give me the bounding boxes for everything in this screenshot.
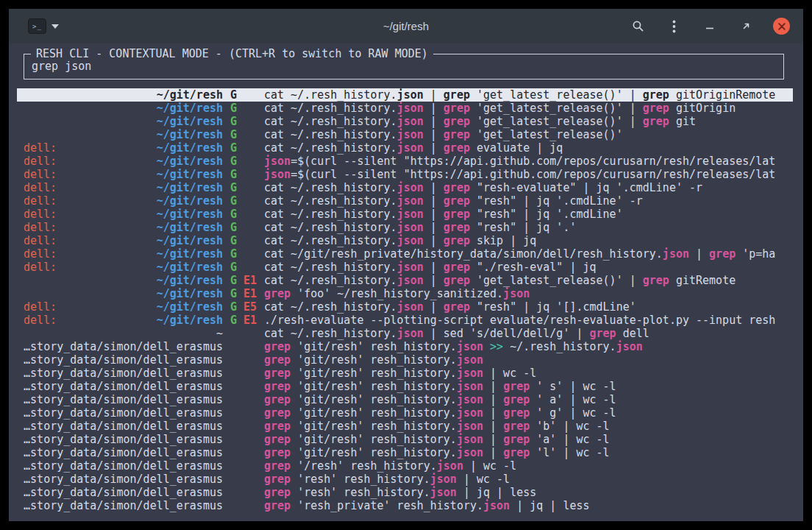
history-row[interactable]: dell:~/git/reshGcat ~/.resh_history.json… [17,261,793,274]
command-segment: '/resh' resh_history. [291,459,437,473]
history-row[interactable]: …story_data/simon/dell_erasmusgrep 'git/… [17,420,793,433]
command-segment: json [397,274,424,287]
command-segment: json [397,141,424,155]
command-segment: | [424,194,444,208]
history-row[interactable]: dell:~/git/reshGcat ~/.resh_history.json… [17,221,793,234]
command-segment: grep [264,380,291,393]
new-terminal-button[interactable]: >_ [28,18,59,34]
command-segment: | [424,128,444,141]
history-row[interactable]: …story_data/simon/dell_erasmusgrep 'git/… [17,406,793,420]
row-flags: G E1 [223,287,264,300]
history-row[interactable]: dell:~/git/reshGcat ~/.resh_history.json… [17,208,793,221]
command-segment: json [397,261,424,274]
command-text: cat ~/.resh_history.json | grep 'get_lat… [264,128,793,141]
history-row[interactable]: dell:~/git/reshGcat ~/.resh_history.json… [17,234,793,247]
history-row[interactable]: dell:~/git/reshGcat ~/.resh_history.json… [17,194,793,208]
command-segment: grep [264,499,291,512]
history-row[interactable]: …story_data/simon/dell_erasmusgrep 'git/… [17,433,793,446]
history-row[interactable]: …story_data/simon/dell_erasmusgrep 'resh… [17,499,793,512]
command-segment: grep [264,406,291,420]
history-row[interactable]: …story_data/simon/dell_erasmusgrep 'git/… [17,340,793,353]
directory-label: ~/git/resh [157,247,223,261]
row-flags [223,433,264,446]
resh-search-box[interactable]: RESH CLI - CONTEXTUAL MODE - (CTRL+R to … [24,54,784,80]
command-segment: json [457,406,483,420]
command-segment: gitOriginRemote [669,88,776,102]
command-segment: grep [264,459,291,473]
row-flags: G [223,115,264,128]
history-row[interactable]: …story_data/simon/dell_erasmusgrep 'git/… [17,367,793,380]
row-location: …story_data/simon/dell_erasmus [24,367,223,380]
history-row[interactable]: ~/git/reshGcat ~/.resh_history.json | gr… [17,128,793,141]
command-segment: grep [264,353,291,367]
command-text: cat ~/.resh_history.json | grep skip | j… [264,234,793,247]
menu-button[interactable] [665,18,683,35]
directory-label: ~/git/resh [157,221,223,234]
history-row[interactable]: …story_data/simon/dell_erasmusgrep 'resh… [17,473,793,486]
history-row[interactable]: …story_data/simon/dell_erasmusgrep 'git/… [17,393,793,406]
command-segment: grep [444,274,470,287]
history-row[interactable]: dell:~/git/reshGcat ~/.resh_history.json… [17,181,793,194]
history-row[interactable]: ~/git/reshG E1cat ~/.resh_history.json |… [17,274,793,287]
history-row[interactable]: …story_data/simon/dell_erasmusgrep 'git/… [17,353,793,367]
directory-label: ~/git/resh [157,168,223,181]
history-row[interactable]: …story_data/simon/dell_erasmusgrep 'git/… [17,380,793,393]
history-row[interactable]: …story_data/simon/dell_erasmusgrep 'resh… [17,486,793,499]
command-segment: ./resh-evaluate --plotting-script evalua… [264,314,775,327]
host-label: dell: [24,300,57,314]
history-row[interactable]: dell:~/git/reshG E1./resh-evaluate --plo… [17,314,793,327]
command-segment: dell [616,327,649,340]
directory-label: ~/git/resh [157,274,223,287]
row-flags: G [223,155,264,168]
history-row[interactable]: ~cat ~/.resh_history.json | sed 's/dell/… [17,327,793,340]
command-segment: grep [590,327,616,340]
history-row[interactable]: dell:~/git/reshGjson=$(curl --silent "ht… [17,168,793,181]
directory-label: ~ [216,327,223,340]
directory-label: …story_data/simon/dell_erasmus [24,459,223,473]
history-row[interactable]: dell:~/git/reshGcat ~/.resh_history.json… [17,141,793,155]
minimize-button[interactable] [701,18,719,35]
command-segment: evaluate | jq [470,141,563,155]
history-row[interactable]: dell:~/git/reshG E5cat ~/.resh_history.j… [17,300,793,314]
command-segment: 'git/resh' resh_history. [291,406,457,420]
flag-badge: G [230,181,237,194]
command-segment: json [457,340,483,353]
command-segment: | [424,261,444,274]
history-row[interactable]: …story_data/simon/dell_erasmusgrep 'git/… [17,446,793,459]
close-button[interactable] [773,18,790,35]
row-flags: G [223,261,264,274]
command-segment: =$(curl --silent "https://api.github.com… [291,168,775,181]
row-location: ~/git/resh [24,102,223,115]
host-label: dell: [24,314,57,327]
row-location: ~/git/resh [24,287,223,300]
command-text: grep 'git/resh' resh_history.json | grep… [264,406,793,420]
terminal-window: >_ ~/git/resh [9,9,803,521]
row-location: …story_data/simon/dell_erasmus [24,486,223,499]
command-text: grep 'git/resh' resh_history.json | wc -… [264,367,793,380]
flag-badge: E1 [237,287,257,300]
history-row[interactable]: ~/git/reshGcat ~/.resh_history.json | gr… [17,88,793,102]
command-text: cat ~/.resh_history.json | grep 'get_lat… [264,88,793,102]
command-segment: json [397,194,424,208]
row-location: dell:~/git/resh [24,234,223,247]
history-row[interactable]: ~/git/reshGcat ~/.resh_history.json | gr… [17,102,793,115]
directory-label: ~/git/resh [157,194,223,208]
command-segment: | [483,433,503,446]
history-row[interactable]: dell:~/git/reshGcat ~/git/resh_private/h… [17,247,793,261]
command-segment: 'resh_private' resh_history. [291,499,483,512]
row-flags [223,499,264,512]
history-row[interactable]: ~/git/reshG E1grep 'foo' ~/resh_history_… [17,287,793,300]
command-text: grep 'git/resh' resh_history.json | grep… [264,433,793,446]
command-segment: ' s' | wc -l [530,380,616,393]
history-row[interactable]: …story_data/simon/dell_erasmusgrep '/res… [17,459,793,473]
command-segment: "resh-evaluate" | jq '.cmdLine' -r [470,181,702,194]
host-label: dell: [24,208,57,221]
restore-button[interactable] [737,18,755,35]
history-row[interactable]: ~/git/reshGcat ~/.resh_history.json | gr… [17,115,793,128]
history-row[interactable]: dell:~/git/reshGjson=$(curl --silent "ht… [17,155,793,168]
row-flags [223,393,264,406]
command-segment: json [457,367,483,380]
search-button[interactable] [629,18,647,35]
flag-badge: G [230,141,237,155]
directory-label: ~/git/resh [157,102,223,115]
